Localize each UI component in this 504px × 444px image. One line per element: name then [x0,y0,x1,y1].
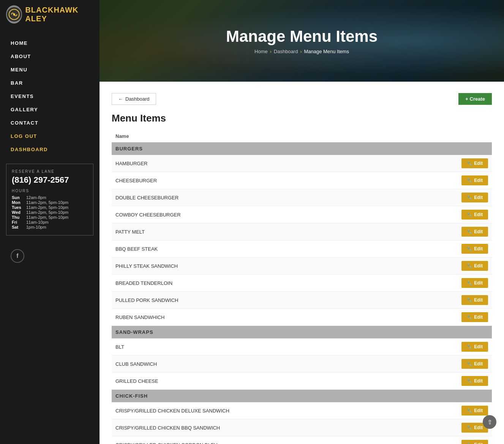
logo-text: BLACKHAWK ALEY [25,6,93,23]
edit-button[interactable]: 🔧 Edit [461,295,488,305]
wrench-icon: 🔧 [467,425,472,430]
hours-sat: Sat1pm-10pm [12,225,88,229]
back-to-dashboard-button[interactable]: ← Dashboard [112,93,156,105]
table-row: PATTY MELT🔧 Edit [112,223,492,240]
item-actions: 🔧 Edit [409,292,492,309]
item-name: CRISPY/GRILLED CHICKEN CORDON BLEU [112,436,409,444]
sidebar-item-events[interactable]: EVENTS [0,90,100,103]
edit-button[interactable]: 🔧 Edit [461,359,488,369]
menu-items-table: Name BURGERSHAMBURGER🔧 EditCHEESEBURGER🔧… [112,130,492,444]
item-name: GRILLED CHEESE [112,373,409,390]
sidebar-item-dashboard[interactable]: DASHBOARD [0,143,100,156]
item-actions: 🔧 Edit [409,172,492,189]
edit-button[interactable]: 🔧 Edit [461,158,488,168]
item-name: RUBEN SANDWHICH [112,309,409,326]
sidebar: BLACKHAWK ALEY HOME ABOUT MENU BAR EVENT… [0,0,100,444]
sidebar-item-home[interactable]: HOME [0,36,100,50]
facebook-icon[interactable]: f [11,249,24,263]
edit-button[interactable]: 🔧 Edit [461,278,488,288]
item-name: PULLED PORK SANDWICH [112,292,409,309]
item-name: BLT [112,338,409,356]
page-title: Manage Menu Items [226,27,378,46]
item-actions: 🔧 Edit [409,402,492,419]
item-name: CLUB SANDWICH [112,356,409,373]
breadcrumb-sep-1: › [270,49,272,54]
table-row: SAND-WRAPS [112,326,492,339]
edit-button[interactable]: 🔧 Edit [461,227,488,237]
sidebar-item-gallery[interactable]: GALLERY [0,103,100,116]
table-header-actions [409,130,492,142]
table-row: BURGERS [112,142,492,155]
table-row: PULLED PORK SANDWICH🔧 Edit [112,292,492,309]
edit-button[interactable]: 🔧 Edit [461,406,488,416]
breadcrumb-dashboard[interactable]: Dashboard [274,49,298,54]
table-row: BBQ BEEF STEAK🔧 Edit [112,240,492,258]
sidebar-item-menu[interactable]: MENU [0,63,100,76]
item-name: CRISPY/GRILLED CHICKEN BBQ SANDWICH [112,419,409,436]
item-name: COWBOY CHEESEBURGER [112,206,409,223]
wrench-icon: 🔧 [467,281,472,286]
toolbar: ← Dashboard + Create [112,93,492,105]
wrench-icon: 🔧 [467,212,472,217]
logo-icon [6,5,22,24]
wrench-icon: 🔧 [467,298,472,303]
item-name: HAMBURGER [112,155,409,172]
item-name: BREADED TENDERLOIN [112,275,409,292]
sidebar-nav: HOME ABOUT MENU BAR EVENTS GALLERY CONTA… [0,36,100,156]
edit-button[interactable]: 🔧 Edit [461,376,488,386]
table-row: RUBEN SANDWHICH🔧 Edit [112,309,492,326]
item-name: CHEESEBURGER [112,172,409,189]
social-area: f [0,243,100,269]
wrench-icon: 🔧 [467,408,472,413]
phone-number: (816) 297-2567 [12,175,88,185]
table-row: BLT🔧 Edit [112,338,492,356]
item-name: PATTY MELT [112,223,409,240]
wrench-icon: 🔧 [467,315,472,320]
item-actions: 🔧 Edit [409,258,492,275]
reserve-box: RESERVE A LANE (816) 297-2567 HOURS Sun1… [6,164,93,235]
breadcrumb-current: Manage Menu Items [304,49,349,54]
wrench-icon: 🔧 [467,362,472,367]
edit-button[interactable]: 🔧 Edit [461,312,488,322]
edit-button[interactable]: 🔧 Edit [461,342,488,352]
arrow-left-icon: ← [118,96,123,102]
sidebar-item-contact[interactable]: CONTACT [0,116,100,130]
item-actions: 🔧 Edit [409,436,492,444]
wrench-icon: 🔧 [467,195,472,200]
table-header-name: Name [112,130,409,142]
breadcrumb-home[interactable]: Home [254,49,268,54]
edit-button[interactable]: 🔧 Edit [461,244,488,254]
edit-button[interactable]: 🔧 Edit [461,193,488,202]
table-row: CHEESEBURGER🔧 Edit [112,172,492,189]
item-actions: 🔧 Edit [409,155,492,172]
table-row: HAMBURGER🔧 Edit [112,155,492,172]
edit-button[interactable]: 🔧 Edit [461,440,488,444]
item-actions: 🔧 Edit [409,309,492,326]
item-name: BBQ BEEF STEAK [112,240,409,258]
breadcrumb: Home › Dashboard › Manage Menu Items [254,49,349,54]
svg-point-2 [13,13,15,16]
scroll-up-button[interactable]: ⇧ [483,415,496,429]
hours-sun: Sun12am-8pm [12,195,88,200]
sidebar-item-logout[interactable]: LOG OUT [0,130,100,143]
reserve-label: RESERVE A LANE [12,169,88,174]
content-area: ← Dashboard + Create Menu Items Name BUR… [100,82,504,444]
table-row: DOUBLE CHEESEBURGER🔧 Edit [112,189,492,206]
edit-button[interactable]: 🔧 Edit [461,175,488,185]
sidebar-item-bar[interactable]: BAR [0,76,100,90]
hero-banner: Manage Menu Items Home › Dashboard › Man… [100,0,504,82]
item-actions: 🔧 Edit [409,356,492,373]
edit-button[interactable]: 🔧 Edit [461,210,488,220]
item-actions: 🔧 Edit [409,419,492,436]
wrench-icon: 🔧 [467,229,472,234]
item-name: PHILLY STEAK SANDWICH [112,258,409,275]
table-row: BREADED TENDERLOIN🔧 Edit [112,275,492,292]
create-button[interactable]: + Create [458,93,492,105]
sidebar-item-about[interactable]: ABOUT [0,50,100,63]
edit-button[interactable]: 🔧 Edit [461,261,488,271]
hours-title: HOURS [12,189,88,193]
wrench-icon: 🔧 [467,161,472,166]
item-name: DOUBLE CHEESEBURGER [112,189,409,206]
table-row: CRISPY/GRILLED CHICKEN BBQ SANDWICH🔧 Edi… [112,419,492,436]
table-row: PHILLY STEAK SANDWICH🔧 Edit [112,258,492,275]
